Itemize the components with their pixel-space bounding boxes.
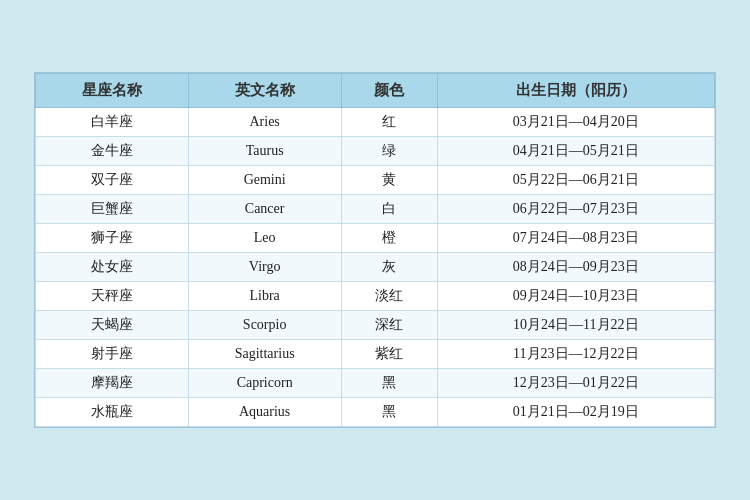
table-cell: Capricorn (188, 369, 341, 398)
table-cell: 10月24日—11月22日 (437, 311, 714, 340)
table-cell: 06月22日—07月23日 (437, 195, 714, 224)
table-row: 白羊座Aries红03月21日—04月20日 (36, 108, 715, 137)
table-row: 摩羯座Capricorn黑12月23日—01月22日 (36, 369, 715, 398)
table-cell: Cancer (188, 195, 341, 224)
table-cell: 黄 (341, 166, 437, 195)
header-color: 颜色 (341, 74, 437, 108)
table-cell: 狮子座 (36, 224, 189, 253)
table-cell: 金牛座 (36, 137, 189, 166)
table-cell: 07月24日—08月23日 (437, 224, 714, 253)
table-row: 天蝎座Scorpio深红10月24日—11月22日 (36, 311, 715, 340)
table-cell: 处女座 (36, 253, 189, 282)
table-cell: 12月23日—01月22日 (437, 369, 714, 398)
table-cell: 05月22日—06月21日 (437, 166, 714, 195)
table-cell: 灰 (341, 253, 437, 282)
table-cell: 绿 (341, 137, 437, 166)
table-cell: 03月21日—04月20日 (437, 108, 714, 137)
table-cell: Libra (188, 282, 341, 311)
table-cell: 巨蟹座 (36, 195, 189, 224)
table-cell: 红 (341, 108, 437, 137)
table-row: 双子座Gemini黄05月22日—06月21日 (36, 166, 715, 195)
table-body: 白羊座Aries红03月21日—04月20日金牛座Taurus绿04月21日—0… (36, 108, 715, 427)
table-row: 处女座Virgo灰08月24日—09月23日 (36, 253, 715, 282)
table-row: 狮子座Leo橙07月24日—08月23日 (36, 224, 715, 253)
table-header-row: 星座名称 英文名称 颜色 出生日期（阳历） (36, 74, 715, 108)
table-cell: 白羊座 (36, 108, 189, 137)
table-cell: Leo (188, 224, 341, 253)
table-cell: 04月21日—05月21日 (437, 137, 714, 166)
zodiac-table: 星座名称 英文名称 颜色 出生日期（阳历） 白羊座Aries红03月21日—04… (35, 73, 715, 427)
table-cell: 淡红 (341, 282, 437, 311)
table-row: 天秤座Libra淡红09月24日—10月23日 (36, 282, 715, 311)
header-english-name: 英文名称 (188, 74, 341, 108)
table-cell: 深红 (341, 311, 437, 340)
table-cell: 黑 (341, 369, 437, 398)
table-cell: 01月21日—02月19日 (437, 398, 714, 427)
table-cell: Virgo (188, 253, 341, 282)
table-cell: Sagittarius (188, 340, 341, 369)
zodiac-table-container: 星座名称 英文名称 颜色 出生日期（阳历） 白羊座Aries红03月21日—04… (34, 72, 716, 428)
table-cell: 11月23日—12月22日 (437, 340, 714, 369)
table-cell: 黑 (341, 398, 437, 427)
table-cell: 09月24日—10月23日 (437, 282, 714, 311)
table-cell: 摩羯座 (36, 369, 189, 398)
table-cell: 天秤座 (36, 282, 189, 311)
table-cell: Scorpio (188, 311, 341, 340)
table-row: 巨蟹座Cancer白06月22日—07月23日 (36, 195, 715, 224)
table-cell: 水瓶座 (36, 398, 189, 427)
table-cell: 射手座 (36, 340, 189, 369)
table-cell: Aries (188, 108, 341, 137)
table-row: 水瓶座Aquarius黑01月21日—02月19日 (36, 398, 715, 427)
table-cell: Taurus (188, 137, 341, 166)
table-cell: 天蝎座 (36, 311, 189, 340)
table-cell: 双子座 (36, 166, 189, 195)
table-row: 金牛座Taurus绿04月21日—05月21日 (36, 137, 715, 166)
table-cell: 08月24日—09月23日 (437, 253, 714, 282)
table-cell: Gemini (188, 166, 341, 195)
table-cell: 白 (341, 195, 437, 224)
table-cell: 橙 (341, 224, 437, 253)
table-cell: Aquarius (188, 398, 341, 427)
table-row: 射手座Sagittarius紫红11月23日—12月22日 (36, 340, 715, 369)
header-chinese-name: 星座名称 (36, 74, 189, 108)
header-birth-date: 出生日期（阳历） (437, 74, 714, 108)
table-cell: 紫红 (341, 340, 437, 369)
